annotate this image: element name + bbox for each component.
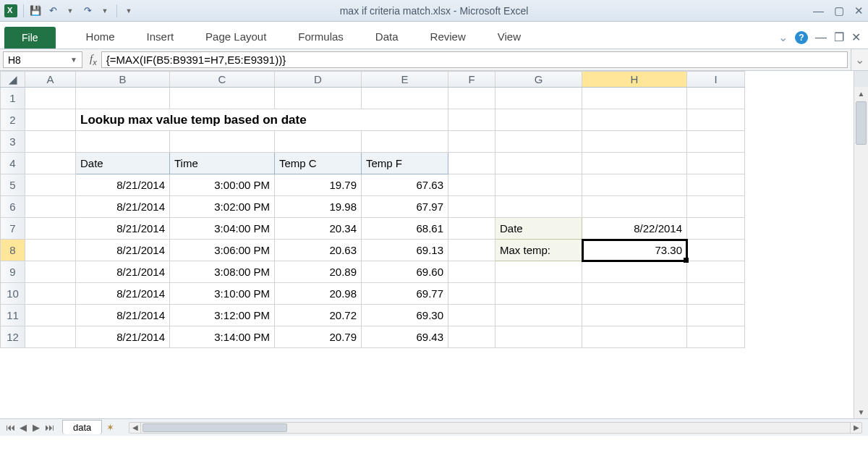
cell[interactable]: 69.43 (362, 326, 448, 348)
cell[interactable]: 8/21/2014 (76, 326, 170, 348)
help-icon[interactable]: ? (795, 31, 808, 44)
row-10[interactable]: 10 (1, 283, 25, 305)
row-11[interactable]: 11 (1, 305, 25, 326)
cell[interactable]: 19.98 (275, 196, 362, 218)
cell[interactable]: 3:00:00 PM (170, 174, 275, 196)
hscroll-thumb[interactable] (142, 423, 287, 432)
ribbon-minimize-icon[interactable]: ⌄ (778, 30, 788, 44)
cell[interactable]: 20.79 (275, 326, 362, 348)
cell[interactable]: 69.13 (362, 240, 448, 261)
workbook-restore-button[interactable]: ❐ (834, 30, 844, 44)
row-7[interactable]: 7 (1, 218, 25, 240)
cell[interactable]: 67.97 (362, 196, 448, 218)
col-H[interactable]: H (582, 72, 687, 88)
workbook-minimize-button[interactable]: ― (815, 31, 827, 44)
fx-icon[interactable]: fx (90, 53, 97, 67)
row-8[interactable]: 8 (1, 240, 25, 261)
cell[interactable]: 3:04:00 PM (170, 218, 275, 240)
cell[interactable]: 8/21/2014 (76, 305, 170, 326)
cell[interactable]: 3:14:00 PM (170, 326, 275, 348)
scroll-up-icon[interactable]: ▲ (854, 87, 868, 100)
formula-input[interactable]: {=MAX(IF(B5:B9391=H7,E5:E9391))} (101, 51, 848, 68)
horizontal-scrollbar[interactable]: ◀ ▶ (129, 422, 862, 434)
select-all-corner[interactable]: ◢ (1, 72, 25, 88)
sheet-tab-data[interactable]: data (62, 420, 102, 434)
title-cell[interactable]: Lookup max value temp based on date (76, 109, 448, 131)
split-handle[interactable] (854, 71, 868, 87)
file-tab[interactable]: File (4, 27, 56, 48)
cell[interactable]: 20.34 (275, 218, 362, 240)
row-5[interactable]: 5 (1, 174, 25, 196)
cell[interactable]: 69.60 (362, 261, 448, 283)
cell[interactable]: 20.72 (275, 305, 362, 326)
redo-icon[interactable]: ↷ (82, 5, 93, 17)
excel-app-icon[interactable] (4, 4, 17, 17)
cell[interactable]: 3:08:00 PM (170, 261, 275, 283)
active-cell[interactable]: 73.30 (582, 240, 687, 261)
sheet-nav-next-icon[interactable]: ▶ (30, 422, 42, 433)
cell[interactable]: 19.79 (275, 174, 362, 196)
lookup-date-label[interactable]: Date (495, 218, 582, 240)
sheet-nav-first-icon[interactable]: ⏮ (4, 422, 16, 433)
sheet-nav-prev-icon[interactable]: ◀ (17, 422, 29, 433)
tab-view[interactable]: View (482, 25, 537, 48)
tab-insert[interactable]: Insert (131, 25, 190, 48)
name-box-dropdown-icon[interactable]: ▼ (70, 56, 77, 64)
lookup-max-label[interactable]: Max temp: (495, 240, 582, 261)
workbook-close-button[interactable]: ✕ (851, 30, 861, 44)
cell[interactable]: 67.63 (362, 174, 448, 196)
cell[interactable]: 3:06:00 PM (170, 240, 275, 261)
tab-formulas[interactable]: Formulas (282, 25, 359, 48)
cell[interactable]: 20.89 (275, 261, 362, 283)
row-3[interactable]: 3 (1, 131, 25, 153)
tab-home[interactable]: Home (70, 25, 131, 48)
minimize-button[interactable]: ― (813, 4, 824, 17)
cell[interactable]: 68.61 (362, 218, 448, 240)
cell[interactable]: 20.63 (275, 240, 362, 261)
tab-data[interactable]: Data (359, 25, 414, 48)
redo-dropdown-icon[interactable]: ▼ (99, 5, 111, 17)
hdr-date[interactable]: Date (76, 153, 170, 174)
row-1[interactable]: 1 (1, 88, 25, 109)
row-12[interactable]: 12 (1, 326, 25, 348)
cell[interactable]: 8/21/2014 (76, 261, 170, 283)
cell[interactable]: 8/21/2014 (76, 196, 170, 218)
col-G[interactable]: G (495, 72, 582, 88)
hdr-tempf[interactable]: Temp F (362, 153, 448, 174)
name-box[interactable]: H8 ▼ (3, 51, 82, 68)
tab-page-layout[interactable]: Page Layout (190, 25, 282, 48)
col-I[interactable]: I (687, 72, 745, 88)
cell[interactable]: 3:02:00 PM (170, 196, 275, 218)
hdr-time[interactable]: Time (170, 153, 275, 174)
worksheet-grid[interactable]: ◢ A B C D E F G H I 1 2 Lookup max value… (0, 71, 868, 418)
row-2[interactable]: 2 (1, 109, 25, 131)
row-6[interactable]: 6 (1, 196, 25, 218)
row-9[interactable]: 9 (1, 261, 25, 283)
hscroll-left-icon[interactable]: ◀ (129, 423, 141, 433)
hscroll-right-icon[interactable]: ▶ (850, 423, 861, 433)
undo-icon[interactable]: ↶ (47, 5, 59, 17)
formula-bar-expand-icon[interactable]: ⌄ (851, 49, 868, 70)
new-sheet-icon[interactable]: ✶ (106, 422, 114, 433)
col-E[interactable]: E (362, 72, 448, 88)
cell[interactable]: 8/21/2014 (76, 283, 170, 305)
vertical-scrollbar[interactable]: ▲ ▼ (854, 87, 868, 418)
cell[interactable]: 8/21/2014 (76, 218, 170, 240)
col-B[interactable]: B (76, 72, 170, 88)
save-icon[interactable]: 💾 (30, 5, 41, 17)
hdr-tempc[interactable]: Temp C (275, 153, 362, 174)
cell[interactable]: 69.77 (362, 283, 448, 305)
lookup-date-value[interactable]: 8/22/2014 (582, 218, 687, 240)
close-button[interactable]: ✕ (854, 4, 864, 17)
qat-customize-icon[interactable]: ▼ (123, 5, 135, 17)
cell[interactable]: 3:12:00 PM (170, 305, 275, 326)
maximize-button[interactable]: ▢ (834, 4, 844, 17)
col-A[interactable]: A (25, 72, 76, 88)
scroll-down-icon[interactable]: ▼ (854, 405, 868, 418)
cell[interactable]: 20.98 (275, 283, 362, 305)
cell[interactable]: 8/21/2014 (76, 240, 170, 261)
col-F[interactable]: F (448, 72, 495, 88)
undo-dropdown-icon[interactable]: ▼ (64, 5, 76, 17)
cell[interactable]: 8/21/2014 (76, 174, 170, 196)
cell[interactable]: 69.30 (362, 305, 448, 326)
